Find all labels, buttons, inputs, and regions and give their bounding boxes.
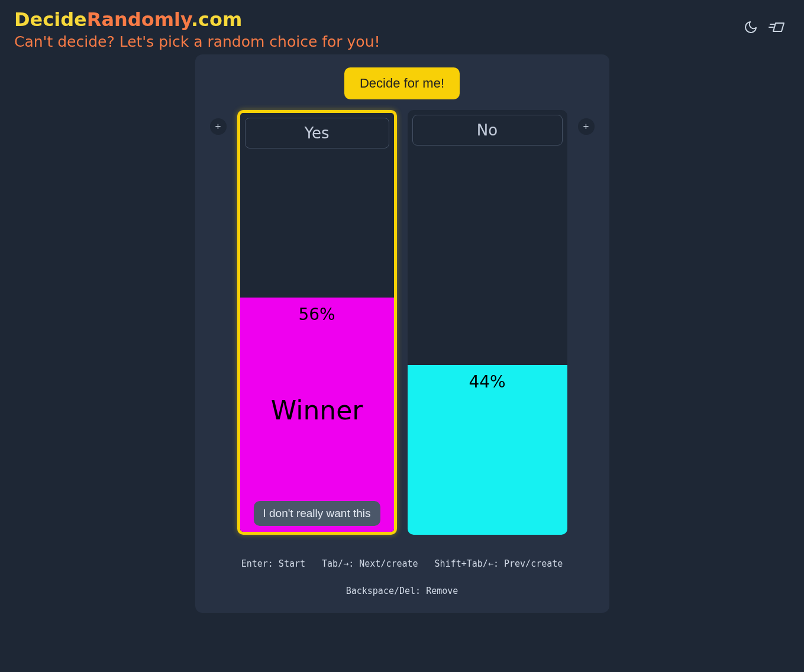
add-right-button[interactable]: + xyxy=(578,118,595,135)
hint-tab: Tab/→: Next/create xyxy=(322,558,418,569)
brand-title[interactable]: DecideRandomly.com xyxy=(14,8,380,31)
brand-subtitle: Can't decide? Let's pick a random choice… xyxy=(14,33,380,51)
brand-part-2: Randomly xyxy=(87,8,191,31)
stage: Decide for me! + Yes 56% Winner I don't … xyxy=(195,54,609,613)
fill-no: 44% xyxy=(408,365,567,535)
hint-enter: Enter: Start xyxy=(241,558,305,569)
percent-no: 44% xyxy=(469,372,505,392)
brand-part-3: .com xyxy=(191,8,242,31)
choice-input-no[interactable]: No xyxy=(412,115,563,146)
winner-label: Winner xyxy=(271,395,363,425)
header: DecideRandomly.com Can't decide? Let's p… xyxy=(0,0,804,51)
choice-card-no[interactable]: No 44% xyxy=(408,110,567,535)
add-left-button[interactable]: + xyxy=(210,118,227,135)
keyboard-hints: Enter: Start Tab/→: Next/create Shift+Ta… xyxy=(195,558,609,596)
theme-toggle-button[interactable] xyxy=(742,19,759,35)
svg-marker-2 xyxy=(773,23,784,31)
moon-icon xyxy=(744,20,758,34)
header-icons xyxy=(742,8,790,35)
speed-icon xyxy=(769,20,785,34)
reject-button[interactable]: I don't really want this xyxy=(253,501,380,526)
columns: + Yes 56% Winner I don't really want thi… xyxy=(210,110,595,535)
choice-input-yes[interactable]: Yes xyxy=(245,118,389,148)
hint-backspace: Backspace/Del: Remove xyxy=(346,586,458,596)
brand: DecideRandomly.com Can't decide? Let's p… xyxy=(14,8,380,51)
brand-part-1: Decide xyxy=(14,8,87,31)
speed-toggle-button[interactable] xyxy=(769,19,785,35)
fill-yes: 56% Winner I don't really want this xyxy=(240,298,394,532)
hint-shift-tab: Shift+Tab/←: Prev/create xyxy=(435,558,563,569)
decide-button[interactable]: Decide for me! xyxy=(344,67,460,99)
choice-card-yes[interactable]: Yes 56% Winner I don't really want this xyxy=(237,110,397,535)
percent-yes: 56% xyxy=(298,305,335,324)
